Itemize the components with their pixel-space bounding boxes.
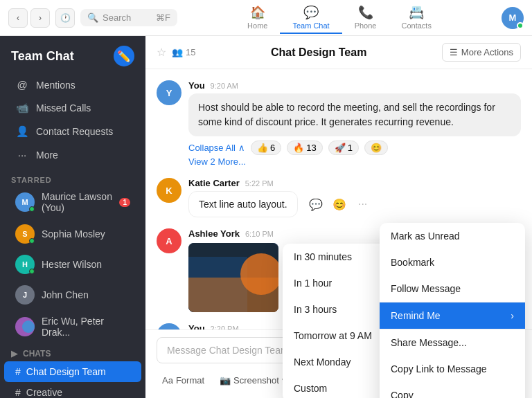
sidebar-item-mentions-label: Mentions bbox=[36, 80, 76, 91]
remind-custom-label: Custom bbox=[294, 383, 327, 394]
contacts-icon: 📇 bbox=[409, 5, 424, 20]
tab-teamchat[interactable]: 💬 Team Chat bbox=[280, 2, 342, 34]
nav-arrows: ‹ › bbox=[8, 8, 50, 28]
context-mark-unread-label: Mark as Unread bbox=[391, 230, 460, 242]
tab-contacts[interactable]: 📇 Contacts bbox=[389, 2, 443, 34]
context-follow-message[interactable]: Follow Message bbox=[380, 275, 525, 302]
teamchat-icon: 💬 bbox=[303, 5, 319, 20]
avatar-maurice: M bbox=[15, 192, 35, 212]
remind-tomorrow-label: Tomorrow at 9 AM bbox=[294, 330, 372, 341]
main-layout: Team Chat ✏️ @ Mentions 📹 Missed Calls 👤… bbox=[0, 36, 532, 398]
sidebar-item-hester[interactable]: H Hester Wilson bbox=[4, 249, 141, 280]
context-share-message-label: Share Message... bbox=[391, 337, 467, 348]
sidebar-item-john[interactable]: J John Chen bbox=[4, 280, 141, 310]
home-icon: 🏠 bbox=[250, 5, 265, 20]
sidebar-item-maurice[interactable]: M Maurice Lawson (You) 1 bbox=[4, 186, 141, 219]
chats-collapse[interactable]: ▶ CHATS bbox=[0, 343, 145, 361]
tab-home[interactable]: 🏠 Home bbox=[235, 2, 280, 34]
search-shortcut: ⌘F bbox=[156, 12, 170, 23]
chats-chevron-icon: ▶ bbox=[11, 349, 17, 359]
badge-maurice: 1 bbox=[119, 198, 130, 207]
remind-next-monday-label: Next Monday bbox=[294, 356, 351, 368]
tab-phone[interactable]: 📞 Phone bbox=[342, 2, 389, 34]
starred-item-label-eric: Eric Wu, Peter Drak... bbox=[42, 316, 130, 338]
avatar-sophia: S bbox=[15, 224, 35, 244]
avatar-john: J bbox=[15, 285, 35, 305]
mentions-icon: @ bbox=[15, 79, 29, 91]
starred-item-label-maurice: Maurice Lawson (You) bbox=[42, 191, 112, 213]
search-label: Search bbox=[103, 12, 131, 23]
online-status-dot bbox=[517, 22, 524, 29]
context-menu: Mark as Unread Bookmark Follow Message R… bbox=[380, 223, 525, 398]
compose-button[interactable]: ✏️ bbox=[114, 46, 134, 66]
nav-tabs: 🏠 Home 💬 Team Chat 📞 Phone 📇 Contacts bbox=[235, 2, 444, 34]
sidebar-channel-chat-design-team[interactable]: # Chat Design Team bbox=[4, 361, 141, 382]
context-mark-unread[interactable]: Mark as Unread bbox=[380, 223, 525, 249]
starred-section-label: STARRED bbox=[0, 170, 145, 186]
tab-contacts-label: Contacts bbox=[401, 21, 431, 30]
svg-point-1 bbox=[22, 320, 35, 333]
starred-item-label-john: John Chen bbox=[42, 289, 89, 300]
sidebar-header: Team Chat ✏️ bbox=[0, 36, 145, 73]
sidebar-item-more-label: More bbox=[36, 150, 58, 161]
context-share-message[interactable]: Share Message... bbox=[380, 329, 525, 356]
sidebar-item-more[interactable]: ··· More bbox=[4, 143, 141, 166]
sidebar-item-eric[interactable]: Eric Wu, Peter Drak... bbox=[4, 310, 141, 343]
more-icon: ··· bbox=[15, 149, 29, 161]
context-bookmark[interactable]: Bookmark bbox=[380, 249, 525, 275]
chats-label: CHATS bbox=[23, 349, 51, 359]
missed-calls-icon: 📹 bbox=[15, 102, 29, 114]
top-nav: ‹ › 🕐 🔍 Search ⌘F 🏠 Home 💬 Team Chat 📞 P… bbox=[0, 0, 532, 36]
nav-history-button[interactable]: 🕐 bbox=[55, 8, 75, 28]
nav-back-button[interactable]: ‹ bbox=[8, 8, 28, 28]
tab-home-label: Home bbox=[247, 21, 267, 30]
channel-hash-creative-icon: # bbox=[15, 387, 21, 398]
user-avatar[interactable]: M bbox=[502, 7, 524, 29]
search-icon: 🔍 bbox=[87, 12, 98, 23]
dropdown-overlay: In 30 minutes In 1 hour In 3 hours Tomor… bbox=[145, 36, 532, 398]
avatar-eric-group bbox=[15, 317, 35, 336]
context-remind-me-arrow: › bbox=[511, 310, 514, 321]
starred-item-label-hester: Hester Wilson bbox=[42, 259, 102, 270]
starred-item-label-sophia: Sophia Mosley bbox=[42, 228, 105, 239]
sidebar-item-contact-requests[interactable]: 👤 Contact Requests bbox=[4, 120, 141, 143]
contact-requests-icon: 👤 bbox=[15, 125, 29, 138]
sidebar-item-missed-calls[interactable]: 📹 Missed Calls bbox=[4, 96, 141, 120]
remind-30min-label: In 30 minutes bbox=[294, 251, 352, 262]
chat-area: ☆ 👥 15 Chat Design Team ☰ More Actions Y… bbox=[145, 36, 532, 398]
channel-label-chat-design-team: Chat Design Team bbox=[26, 366, 106, 377]
context-copy-label: Copy bbox=[391, 390, 414, 398]
sidebar: Team Chat ✏️ @ Mentions 📹 Missed Calls 👤… bbox=[0, 36, 145, 398]
tab-phone-label: Phone bbox=[355, 21, 377, 30]
context-copy-link-label: Copy Link to Message bbox=[391, 363, 487, 374]
sidebar-item-mentions[interactable]: @ Mentions bbox=[4, 73, 141, 96]
nav-forward-button[interactable]: › bbox=[30, 8, 50, 28]
context-follow-message-label: Follow Message bbox=[391, 283, 461, 294]
sidebar-channel-creative[interactable]: # Creative bbox=[4, 382, 141, 398]
tab-teamchat-label: Team Chat bbox=[292, 21, 329, 30]
remind-1hour-label: In 1 hour bbox=[294, 278, 332, 289]
channel-label-creative: Creative bbox=[26, 387, 62, 398]
remind-3hours-label: In 3 hours bbox=[294, 304, 337, 315]
sidebar-title: Team Chat bbox=[11, 49, 74, 64]
avatar-hester: H bbox=[15, 255, 35, 274]
search-bar[interactable]: 🔍 Search ⌘F bbox=[80, 9, 177, 26]
phone-icon: 📞 bbox=[358, 5, 373, 20]
channel-hash-icon: # bbox=[15, 366, 21, 377]
sidebar-item-contact-requests-label: Contact Requests bbox=[36, 126, 113, 137]
context-bookmark-label: Bookmark bbox=[391, 257, 434, 268]
context-remind-me[interactable]: Remind Me › bbox=[380, 302, 525, 329]
context-remind-me-label: Remind Me bbox=[391, 310, 441, 321]
context-copy[interactable]: Copy bbox=[380, 382, 525, 398]
context-copy-link[interactable]: Copy Link to Message bbox=[380, 356, 525, 382]
sidebar-item-sophia[interactable]: S Sophia Mosley bbox=[4, 219, 141, 249]
sidebar-item-missed-calls-label: Missed Calls bbox=[36, 102, 91, 114]
